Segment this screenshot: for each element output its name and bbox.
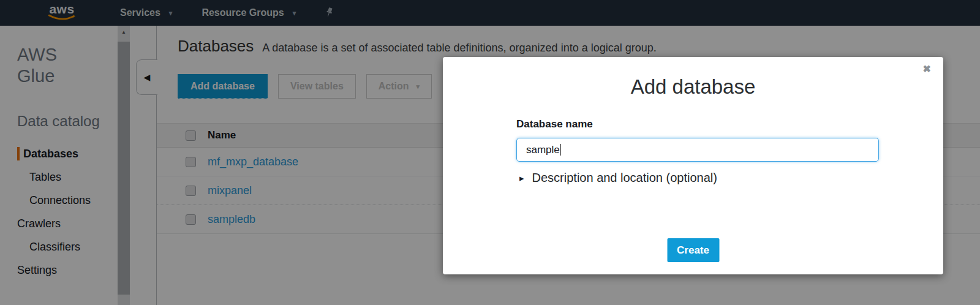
modal-title: Add database <box>443 75 943 99</box>
database-name-value: sample <box>526 144 560 156</box>
database-name-label: Database name <box>516 118 943 130</box>
text-cursor <box>560 144 561 156</box>
aws-glue-console: aws Services ▾ Resource Groups ▾ <box>0 0 980 305</box>
description-location-disclosure[interactable]: ▸ Description and location (optional) <box>519 171 943 185</box>
disclosure-label: Description and location (optional) <box>532 171 717 185</box>
disclosure-right-icon: ▸ <box>519 173 524 184</box>
create-button[interactable]: Create <box>667 238 719 262</box>
close-icon[interactable]: ✖ <box>923 63 931 75</box>
add-database-modal: ✖ Add database Database name sample ▸ De… <box>443 57 943 274</box>
database-name-input[interactable]: sample <box>516 138 879 162</box>
create-label: Create <box>677 244 709 257</box>
